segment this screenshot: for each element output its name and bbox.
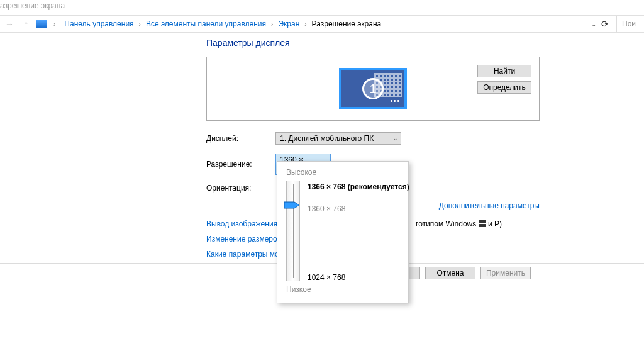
display-preview: 1 ••• Найти Определить (206, 57, 540, 121)
resolution-option[interactable]: 1024 × 768 (308, 273, 345, 282)
monitor-number-badge: 1 (362, 78, 384, 99)
search-input[interactable]: Пои (616, 16, 641, 32)
monitor-params-link[interactable]: Какие параметры мони (206, 250, 287, 259)
chevron-down-icon: ⌄ (393, 135, 398, 142)
breadcrumb: Панель управления › Все элементы панели … (62, 20, 587, 28)
breadcrumb-item[interactable]: Все элементы панели управления (146, 20, 266, 28)
orientation-label: Ориентация: (206, 184, 275, 193)
resolution-options: 1366 × 768 (рекомендуется) 1360 × 768 10… (308, 181, 399, 281)
slider-high-label: Высокое (286, 168, 399, 177)
advanced-settings-link[interactable]: Дополнительные параметры (439, 201, 540, 210)
resize-text-link[interactable]: Изменение размеров т (206, 235, 287, 243)
display-label: Дисплей: (206, 134, 275, 143)
slider-low-label: Низкое (286, 285, 399, 294)
address-bar: → ↑ › Панель управления › Все элементы п… (0, 15, 644, 33)
cancel-button[interactable]: Отмена (425, 267, 475, 279)
monitor-thumbnail[interactable]: 1 ••• (339, 68, 407, 109)
control-panel-icon (36, 20, 47, 28)
resolution-label: Разрешение: (206, 160, 275, 169)
resolution-slider-popup: Высокое 1366 × 768 (рекомендуется) 1360 … (277, 161, 409, 303)
refresh-icon[interactable]: ⟳ (601, 19, 609, 29)
chevron-down-icon[interactable]: ⌄ (591, 21, 596, 28)
monitor-dots-icon: ••• (390, 98, 401, 104)
find-button[interactable]: Найти (477, 65, 531, 77)
display-combobox[interactable]: 1. Дисплей мобильного ПК ⌄ (275, 132, 401, 145)
svg-marker-0 (284, 202, 299, 208)
page-heading: Параметры дисплея (206, 38, 540, 48)
apply-button[interactable]: Применить (480, 267, 531, 279)
window-title-partial: азрешение экрана (0, 1, 65, 10)
nav-forward-icon: → (3, 19, 16, 29)
resolution-option-selected[interactable]: 1360 × 768 (308, 204, 345, 213)
breadcrumb-item[interactable]: Панель управления (64, 20, 133, 28)
identify-button[interactable]: Определить (477, 81, 531, 94)
breadcrumb-item[interactable]: Экран (278, 20, 299, 28)
windows-logo-icon (479, 220, 486, 228)
resolution-option-recommended[interactable]: 1366 × 768 (рекомендуется) (308, 182, 409, 191)
chevron-right-icon[interactable]: › (136, 21, 143, 28)
chevron-right-icon[interactable]: › (302, 21, 309, 28)
project-display-link[interactable]: Вывод изображения на (206, 220, 288, 228)
footer-buttons: Отмена Применить (408, 267, 531, 279)
resolution-slider-track[interactable] (286, 181, 300, 281)
breadcrumb-current: Разрешение экрана (312, 20, 382, 28)
chevron-right-icon[interactable]: › (51, 21, 58, 28)
display-combobox-value: 1. Дисплей мобильного ПК (280, 134, 374, 143)
ok-button[interactable] (408, 267, 420, 279)
project-display-suffix: готипом Windows и P) (416, 220, 502, 228)
chevron-right-icon[interactable]: › (269, 21, 275, 28)
nav-up-icon[interactable]: ↑ (20, 19, 32, 29)
